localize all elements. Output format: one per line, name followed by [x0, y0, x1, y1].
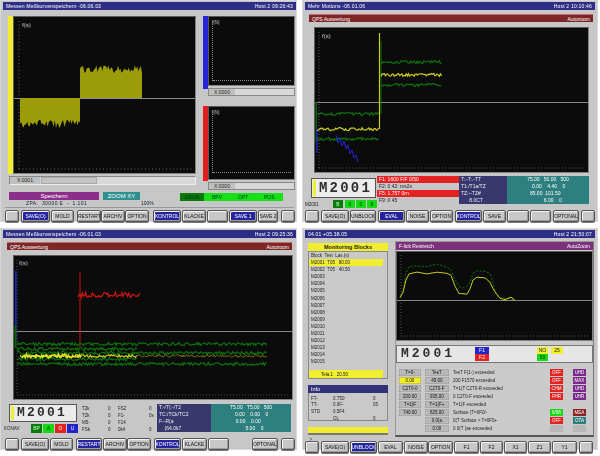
svg-text:f(s): f(s) — [22, 22, 31, 28]
svg-text:f(s): f(s) — [19, 260, 28, 266]
svg-text:f(s): f(s) — [322, 33, 331, 39]
